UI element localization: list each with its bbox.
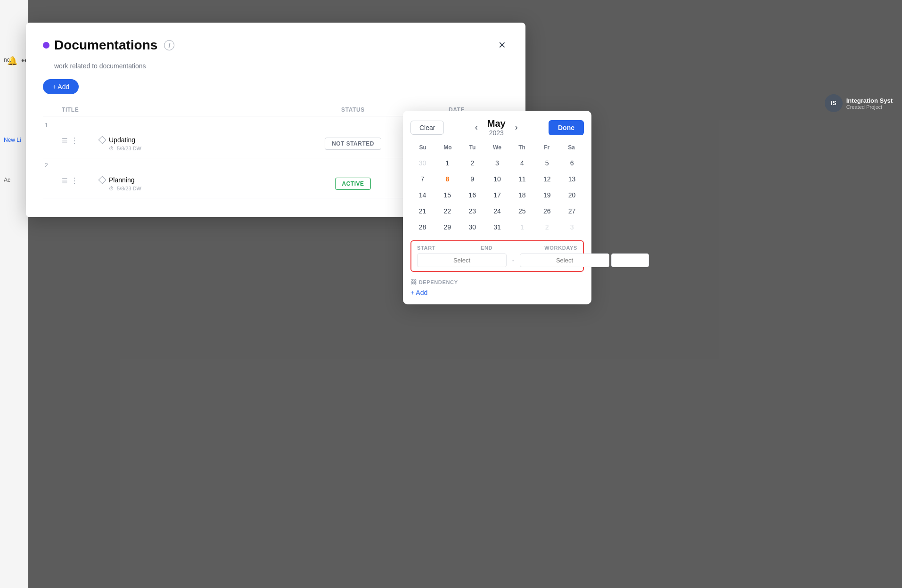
calendar-day[interactable]: 25 bbox=[510, 204, 534, 219]
diamond-icon-1 bbox=[98, 136, 107, 144]
calendar-day[interactable]: 14 bbox=[410, 188, 435, 203]
status-dot bbox=[43, 42, 49, 49]
dow-we: We bbox=[485, 141, 510, 154]
calendar-day[interactable]: 13 bbox=[560, 172, 584, 187]
avatar: IS bbox=[825, 94, 843, 112]
calendar-day[interactable]: 26 bbox=[535, 204, 559, 219]
calendar-day[interactable]: 18 bbox=[510, 188, 534, 203]
drag-handle-icon[interactable]: ☰ bbox=[62, 137, 68, 145]
row-controls-1: ☰ ⋮ bbox=[62, 136, 78, 145]
calendar-day[interactable]: 3 bbox=[485, 155, 509, 171]
calendar-nav: ‹ May 2023 › bbox=[471, 118, 522, 137]
calendar-day[interactable]: 20 bbox=[560, 188, 584, 203]
calendar-day[interactable]: 10 bbox=[485, 172, 509, 187]
sidebar-new-li-label[interactable]: New Li bbox=[4, 137, 21, 143]
status-cell-1: NOT STARTED bbox=[301, 138, 405, 150]
add-button[interactable]: + Add bbox=[43, 79, 79, 94]
calendar-day[interactable]: 24 bbox=[485, 204, 509, 219]
status-badge-active[interactable]: ACTIVE bbox=[335, 178, 371, 190]
calendar-day[interactable]: 9 bbox=[460, 172, 484, 187]
calendar-day[interactable]: 17 bbox=[485, 188, 509, 203]
status-cell-2: ACTIVE bbox=[301, 178, 405, 190]
status-badge-not-started[interactable]: NOT STARTED bbox=[325, 138, 381, 150]
clear-button[interactable]: Clear bbox=[410, 121, 444, 135]
close-button[interactable]: × bbox=[496, 38, 508, 52]
sidebar: 🔔 •• nc. New Li Ac bbox=[0, 0, 28, 588]
user-action: Created Project bbox=[846, 104, 893, 110]
dependency-label: ⛓ DEPENDENCY bbox=[410, 278, 584, 286]
row-controls-2: ☰ ⋮ bbox=[62, 176, 78, 185]
calendar-day[interactable]: 31 bbox=[485, 220, 509, 235]
more-button-1[interactable]: ⋮ bbox=[71, 136, 78, 145]
dow-sa: Sa bbox=[559, 141, 584, 154]
calendar-day[interactable]: 16 bbox=[460, 188, 484, 203]
user-name: Integration Syst bbox=[846, 97, 893, 104]
workdays-input[interactable] bbox=[611, 253, 649, 267]
clock-icon-1: ⏱ bbox=[109, 146, 114, 151]
dow-th: Th bbox=[509, 141, 534, 154]
range-headers: START END WORKDAYS bbox=[417, 245, 577, 251]
task-meta-2: ⏱ 5/8/23 DW bbox=[99, 186, 301, 191]
more-button-2[interactable]: ⋮ bbox=[71, 176, 78, 185]
date-range-section: START END WORKDAYS - bbox=[410, 240, 584, 272]
modal-header: Documentations i × bbox=[43, 38, 508, 53]
dow-fr: Fr bbox=[534, 141, 559, 154]
modal-title-section: Documentations i bbox=[43, 38, 174, 53]
calendar-day[interactable]: 4 bbox=[510, 155, 534, 171]
calendar-day[interactable]: 27 bbox=[560, 204, 584, 219]
calendar-grid: Su Mo Tu We Th Fr Sa 3012345678910111213… bbox=[403, 141, 591, 235]
calendar-day[interactable]: 7 bbox=[410, 172, 435, 187]
start-header: START bbox=[417, 245, 467, 251]
calendar-day[interactable]: 8 bbox=[435, 172, 459, 187]
task-info-2: ☰ ⋮ Planning ⏱ 5/8/23 DW bbox=[62, 176, 301, 191]
calendar-day[interactable]: 12 bbox=[535, 172, 559, 187]
task-meta-1: ⏱ 5/8/23 DW bbox=[99, 146, 301, 151]
task-name-2: Planning bbox=[99, 176, 301, 184]
calendar-day[interactable]: 5 bbox=[535, 155, 559, 171]
sidebar-ac-label[interactable]: Ac bbox=[4, 177, 10, 183]
calendar-day[interactable]: 3 bbox=[560, 220, 584, 235]
dependency-add-button[interactable]: + Add bbox=[410, 289, 427, 296]
calendar-year: 2023 bbox=[487, 129, 506, 137]
done-button[interactable]: Done bbox=[549, 120, 584, 135]
dow-su: Su bbox=[410, 141, 435, 154]
month-year-display: May 2023 bbox=[487, 118, 506, 137]
modal-title: Documentations bbox=[54, 38, 157, 53]
calendar-day[interactable]: 15 bbox=[435, 188, 459, 203]
calendar-day[interactable]: 30 bbox=[460, 220, 484, 235]
user-badge: IS Integration Syst Created Project bbox=[825, 94, 893, 112]
calendar-header: Clear ‹ May 2023 › Done bbox=[403, 111, 591, 141]
days-grid: 3012345678910111213141516171819202122232… bbox=[410, 155, 584, 235]
range-separator: - bbox=[508, 257, 518, 264]
modal-subtitle: work related to documentations bbox=[54, 62, 508, 70]
col-status: STATUS bbox=[301, 106, 405, 113]
sidebar-nc-label: nc. bbox=[4, 57, 11, 63]
calendar-day[interactable]: 21 bbox=[410, 204, 435, 219]
calendar-popup: Clear ‹ May 2023 › Done Su Mo Tu We Th F… bbox=[403, 111, 591, 304]
user-info: Integration Syst Created Project bbox=[846, 97, 893, 110]
drag-handle-icon-2[interactable]: ☰ bbox=[62, 177, 68, 185]
calendar-day[interactable]: 1 bbox=[510, 220, 534, 235]
calendar-day[interactable]: 23 bbox=[460, 204, 484, 219]
next-month-button[interactable]: › bbox=[511, 121, 522, 134]
calendar-month: May bbox=[487, 118, 506, 129]
end-date-input[interactable] bbox=[520, 253, 609, 267]
calendar-day[interactable]: 29 bbox=[435, 220, 459, 235]
prev-month-button[interactable]: ‹ bbox=[471, 121, 482, 134]
calendar-day[interactable]: 1 bbox=[435, 155, 459, 171]
calendar-day[interactable]: 11 bbox=[510, 172, 534, 187]
info-icon[interactable]: i bbox=[164, 40, 174, 50]
dependency-section: ⛓ DEPENDENCY + Add bbox=[403, 274, 591, 297]
dow-mo: Mo bbox=[435, 141, 460, 154]
start-date-input[interactable] bbox=[417, 253, 507, 267]
diamond-icon-2 bbox=[98, 176, 107, 184]
calendar-day[interactable]: 28 bbox=[410, 220, 435, 235]
calendar-day[interactable]: 22 bbox=[435, 204, 459, 219]
calendar-day[interactable]: 6 bbox=[560, 155, 584, 171]
workdays-header: WORKDAYS bbox=[530, 245, 577, 251]
calendar-day[interactable]: 19 bbox=[535, 188, 559, 203]
calendar-day[interactable]: 30 bbox=[410, 155, 435, 171]
calendar-day[interactable]: 2 bbox=[460, 155, 484, 171]
dependency-icon: ⛓ bbox=[410, 278, 417, 286]
calendar-day[interactable]: 2 bbox=[535, 220, 559, 235]
